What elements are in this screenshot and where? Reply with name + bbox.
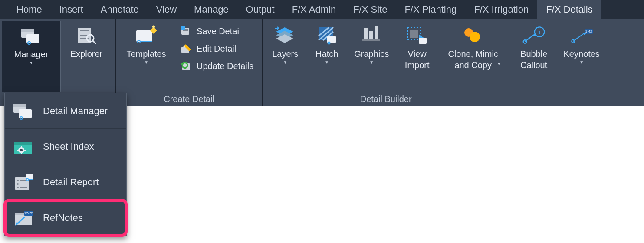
hatch-icon [315, 23, 339, 48]
svg-text:1: 1 [538, 29, 541, 36]
dropdown-item-label: RefNotes [43, 212, 83, 223]
templates-button[interactable]: Templates ▼ [118, 21, 175, 92]
save-detail-button[interactable]: Save Detail [177, 23, 256, 40]
refresh-icon [180, 60, 192, 72]
view-import-icon [405, 23, 429, 48]
ribbon-group-callouts: 1 Bubble Callout 1-42 [509, 19, 608, 106]
folder-detail-icon [12, 101, 36, 122]
group-label-detail-builder: Detail Builder [264, 92, 507, 106]
tab-view[interactable]: View [148, 0, 185, 19]
bubble-callout-button[interactable]: 1 Bubble Callout [511, 21, 556, 92]
svg-rect-35 [364, 28, 368, 39]
tab-label: F/X Irrigation [474, 4, 529, 15]
dropdown-item-sheet-index[interactable]: Sheet Index [5, 129, 126, 164]
view-import-label-top: View [408, 49, 427, 59]
svg-rect-36 [369, 31, 373, 39]
graphics-label: Graphics [354, 49, 389, 59]
clone-icon [461, 23, 485, 48]
tab-fx-planting[interactable]: F/X Planting [396, 0, 465, 19]
svg-point-44 [470, 32, 480, 42]
ribbon-group-detail-builder: Layers ▼ Hatch ▼ [263, 19, 509, 106]
layers-button[interactable]: Layers ▼ [264, 21, 306, 92]
svg-rect-1 [21, 29, 34, 32]
tab-label: F/X Admin [292, 4, 336, 15]
chevron-down-icon: ▼ [283, 60, 287, 65]
ribbon-group-create-detail: Templates ▼ Save Detail [116, 19, 263, 106]
templates-label: Templates [126, 49, 166, 59]
clone-label-top: Clone, Mimic [448, 49, 498, 59]
bubble-label-bot: Callout [520, 60, 547, 70]
svg-rect-37 [375, 26, 378, 39]
keynotes-label: Keynotes [563, 49, 599, 59]
edit-icon [180, 43, 192, 55]
chevron-down-icon: ▼ [369, 60, 374, 65]
svg-text:17-25: 17-25 [24, 211, 33, 215]
report-icon [12, 172, 36, 193]
keynotes-button[interactable]: 1-42 Keynotes ▼ [556, 21, 607, 92]
update-details-button[interactable]: Update Details [177, 57, 256, 75]
clone-label-bot: and Copy [454, 60, 492, 70]
chevron-down-icon: ▼ [497, 62, 501, 66]
folder-detail-icon [19, 24, 43, 48]
svg-point-70 [17, 187, 19, 188]
layers-icon [273, 23, 297, 48]
svg-point-66 [17, 180, 19, 181]
dropdown-item-detail-report[interactable]: Detail Report [5, 164, 126, 200]
svg-rect-38 [362, 39, 380, 41]
clone-mimic-copy-button[interactable]: Clone, Mimic and Copy ▼ [439, 21, 507, 92]
manager-label: Manager [14, 49, 49, 59]
graphics-icon [359, 23, 384, 48]
group-label-create-detail: Create Detail [118, 92, 260, 106]
svg-rect-58 [14, 142, 32, 145]
dropdown-item-label: Sheet Index [43, 141, 94, 152]
svg-rect-19 [181, 26, 185, 30]
layers-label: Layers [272, 49, 298, 59]
chevron-down-icon: ▼ [29, 60, 33, 65]
tab-label: F/X Site [353, 4, 387, 15]
tab-label: Insert [59, 4, 83, 15]
manager-button[interactable]: Manager ▼ [2, 21, 61, 92]
chevron-down-icon: ▼ [144, 60, 148, 65]
tab-fx-admin[interactable]: F/X Admin [283, 0, 345, 19]
tab-label: Manage [194, 4, 229, 15]
bubble-callout-icon: 1 [522, 23, 546, 48]
save-detail-label: Save Detail [197, 26, 241, 36]
group-label-blank2 [511, 92, 607, 106]
svg-marker-40 [410, 30, 418, 38]
create-detail-small-col: Save Detail Edit Detail [175, 21, 260, 92]
svg-line-11 [93, 41, 96, 44]
tab-annotate[interactable]: Annotate [92, 0, 148, 19]
manager-dropdown: Detail Manager Sheet Index [4, 93, 127, 236]
tab-fx-site[interactable]: F/X Site [345, 0, 396, 19]
svg-point-47 [523, 40, 526, 43]
update-details-label: Update Details [197, 61, 253, 71]
hatch-button[interactable]: Hatch ▼ [306, 21, 348, 92]
svg-point-60 [20, 149, 23, 151]
tab-insert[interactable]: Insert [51, 0, 92, 19]
tab-fx-details[interactable]: F/X Details [537, 0, 601, 19]
edit-detail-label: Edit Detail [197, 44, 236, 54]
tab-strip: Home Insert Annotate View Manage Output … [0, 0, 644, 19]
tab-label: Output [246, 4, 275, 15]
chevron-down-icon: ▼ [325, 60, 329, 65]
chevron-down-icon: ▼ [579, 60, 584, 65]
folder-gear-icon [12, 136, 36, 157]
dropdown-item-refnotes[interactable]: 17-25 RefNotes [5, 200, 126, 236]
tab-manage[interactable]: Manage [185, 0, 237, 19]
view-import-button[interactable]: View Import [395, 21, 439, 92]
edit-detail-button[interactable]: Edit Detail [177, 40, 256, 57]
tab-label: Annotate [101, 4, 139, 15]
svg-rect-54 [13, 104, 26, 107]
explorer-label: Explorer [70, 49, 102, 59]
tab-home[interactable]: Home [8, 0, 51, 19]
refnotes-icon: 17-25 [12, 207, 36, 228]
dropdown-item-detail-manager[interactable]: Detail Manager [5, 93, 126, 129]
tab-output[interactable]: Output [237, 0, 283, 19]
graphics-button[interactable]: Graphics ▼ [348, 21, 395, 92]
tab-label: F/X Planting [404, 4, 457, 15]
tab-fx-irrigation[interactable]: F/X Irrigation [465, 0, 537, 19]
explorer-button[interactable]: Explorer [61, 21, 112, 92]
bubble-label-top: Bubble [520, 49, 547, 59]
save-icon [180, 25, 192, 37]
templates-icon [134, 23, 158, 48]
